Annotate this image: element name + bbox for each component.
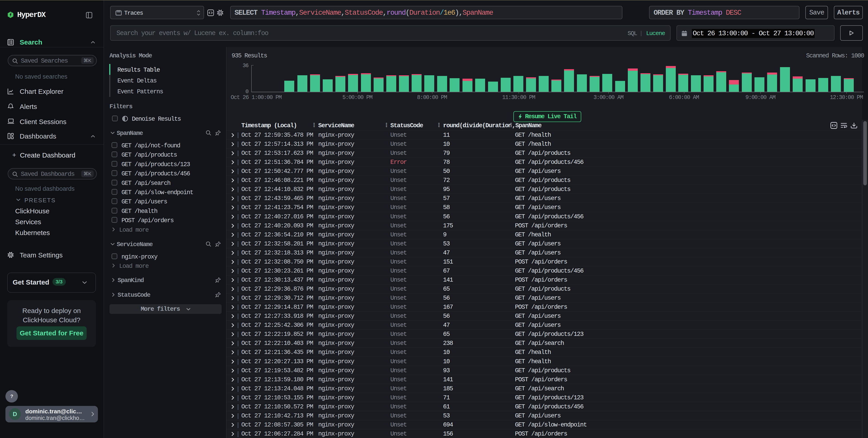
svg-text:?: ? [10, 394, 13, 399]
